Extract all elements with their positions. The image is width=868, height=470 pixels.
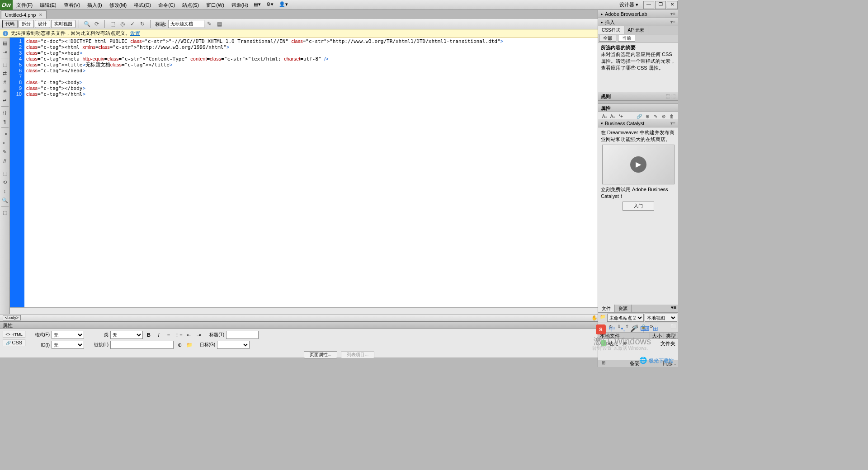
word-wrap-icon[interactable]: ↵	[1, 96, 9, 104]
indent-icon[interactable]: ⇥	[1, 130, 9, 138]
bc-panel-header[interactable]: ▾Business Catalyst▾≡	[598, 119, 678, 127]
outdent-icon[interactable]: ⇤	[1, 139, 9, 147]
ime-keyboard-icon[interactable]: ⌨	[640, 325, 649, 334]
outdent-button[interactable]: ⇤	[184, 331, 193, 339]
ol-button[interactable]: ⋮≡	[175, 331, 183, 339]
menu-insert[interactable]: 插入(I)	[84, 0, 105, 10]
select-parent-icon[interactable]: ⬚	[1, 60, 9, 68]
inspect-icon[interactable]: 🔍	[83, 20, 91, 28]
tab-close-icon[interactable]: ✕	[39, 13, 42, 17]
site-select[interactable]: 未命名站点 2	[607, 314, 644, 322]
open-docs-icon[interactable]: ▤	[1, 39, 9, 47]
ul-button[interactable]: ≡	[165, 331, 173, 339]
menu-site[interactable]: 站点(S)	[179, 0, 203, 10]
css-current-button[interactable]: 当前	[618, 35, 635, 42]
ime-toolbar[interactable]: S 中 •, 🎤 ⌨ ⊞	[596, 324, 660, 334]
notification-bar: i 无法搜索到动态相关文件，因为此文档没有站点定义。 设置 ×	[0, 29, 678, 38]
check-icon[interactable]: ✓	[128, 20, 137, 28]
ime-mic-icon[interactable]: 🎤	[629, 325, 638, 334]
live-code-icon[interactable]: ⟳	[93, 20, 101, 28]
menu-file[interactable]: 文件(F)	[13, 0, 36, 10]
refresh-icon[interactable]: ↻	[138, 20, 146, 28]
ime-punct-icon[interactable]: •,	[618, 325, 627, 334]
menu-commands[interactable]: 命令(C)	[155, 0, 179, 10]
code-content[interactable]: class="c-doc"><!DOCTYPE html PUBLIC clas…	[24, 38, 678, 307]
close-button[interactable]: ✕	[667, 1, 678, 9]
menu-edit[interactable]: 编辑(E)	[36, 0, 60, 10]
syntax-icon[interactable]: {}	[1, 108, 9, 117]
hand-icon[interactable]: ✋	[591, 315, 597, 320]
breadcrumb-body-tag[interactable]: <body>	[3, 315, 21, 320]
assets-tab[interactable]: 资源	[615, 305, 632, 312]
snippets-icon[interactable]: ⬚	[1, 169, 9, 177]
notification-link[interactable]: 设置	[130, 30, 140, 37]
maximize-button[interactable]: ❐	[655, 1, 666, 9]
bold-button[interactable]: B	[145, 331, 153, 339]
css-styles-tab[interactable]: CSS样式	[598, 26, 624, 34]
ime-sogou-icon[interactable]: S	[596, 324, 606, 334]
title-label: 标题:	[155, 21, 166, 28]
live-view-button[interactable]: 实时视图	[51, 20, 75, 28]
line-numbers-icon[interactable]: #	[1, 78, 9, 86]
indent-button[interactable]: ⇥	[194, 331, 203, 339]
bc-start-button[interactable]: 入门	[623, 202, 654, 211]
options-icon[interactable]: ▤	[215, 20, 223, 28]
move-icon[interactable]: ↕	[1, 187, 9, 195]
link-picker-icon[interactable]: ⊕	[175, 341, 184, 349]
design-view-button[interactable]: 设计	[35, 20, 50, 28]
split-view-button[interactable]: 拆分	[19, 20, 34, 28]
browser-icon[interactable]: ◎	[118, 20, 127, 28]
italic-button[interactable]: I	[155, 331, 163, 339]
wand-icon[interactable]: ✎	[205, 20, 213, 28]
ap-elements-tab[interactable]: AP 元素	[624, 26, 648, 34]
menu-format[interactable]: 格式(O)	[130, 0, 155, 10]
info-icon: i	[3, 31, 8, 36]
menu-help[interactable]: 帮助(H)	[228, 0, 252, 10]
wrap-tag-icon[interactable]: ⬚	[1, 208, 9, 216]
link-input[interactable]	[110, 341, 174, 349]
recent-icon[interactable]: ⟲	[1, 178, 9, 186]
right-panel-group: ▸Adobe BrowserLab▾≡ ▸插入▾≡ CSS样式 AP 元素 全部…	[598, 10, 678, 367]
collapse-icon[interactable]: ⇥	[1, 48, 9, 56]
menu-view[interactable]: 查看(V)	[60, 0, 84, 10]
horizontal-scrollbar[interactable]	[10, 307, 678, 314]
menu-window[interactable]: 窗口(W)	[203, 0, 228, 10]
hidden-chars-icon[interactable]: ¶	[1, 118, 9, 126]
insert-panel-header[interactable]: ▸插入▾≡	[598, 18, 678, 26]
minimize-button[interactable]: —	[643, 1, 654, 9]
title-input[interactable]	[168, 20, 204, 28]
bc-try-text: 立刻免费试用 Adobe Business Catalyst！	[601, 186, 675, 200]
ime-more-icon[interactable]: ⊞	[651, 325, 660, 334]
browserlab-panel-header[interactable]: ▸Adobe BrowserLab▾≡	[598, 10, 678, 18]
server-icon[interactable]: ⬚	[108, 20, 117, 28]
title2-input[interactable]	[226, 331, 259, 339]
comment-icon[interactable]: //	[1, 157, 9, 165]
layout-icon[interactable]: ▤▾	[254, 1, 263, 9]
designer-dropdown[interactable]: 设计器 ▾	[615, 1, 643, 8]
settings-icon[interactable]: ⚙▾	[266, 1, 275, 9]
highlight-icon[interactable]: ☀	[1, 87, 9, 95]
css-mode-button[interactable]: 🔗 CSS	[3, 339, 25, 346]
expand-files-icon[interactable]: ⬜	[670, 324, 677, 331]
find-icon[interactable]: 🔍	[1, 196, 9, 204]
id-select[interactable]: 无	[52, 341, 84, 349]
code-view-button[interactable]: 代码	[2, 20, 18, 28]
view-select[interactable]: 本地视图	[645, 314, 677, 322]
target-select[interactable]	[217, 341, 250, 349]
menu-modify[interactable]: 修改(M)	[106, 0, 131, 10]
html-mode-button[interactable]: <> HTML	[3, 331, 25, 338]
code-editor[interactable]: 12345678910 class="c-doc"><!DOCTYPE html…	[10, 38, 678, 307]
ime-lang-icon[interactable]: 中	[608, 325, 617, 334]
files-options-icon[interactable]: ⊞	[600, 360, 607, 367]
format-select[interactable]: 无	[52, 331, 84, 339]
bc-video-thumbnail[interactable]: ▶	[602, 145, 675, 184]
balance-icon[interactable]: ⇄	[1, 69, 9, 77]
class-select[interactable]: 无	[110, 331, 143, 339]
folder-icon[interactable]: 📁	[185, 341, 193, 349]
extension-icon[interactable]: 👤▾	[279, 1, 288, 9]
document-tab[interactable]: Untitled-4.php ✕	[1, 10, 47, 19]
page-properties-button[interactable]: 页面属性...	[304, 351, 337, 358]
files-tab[interactable]: 文件	[598, 305, 615, 312]
format-icon[interactable]: ✎	[1, 148, 9, 156]
css-all-button[interactable]: 全部	[599, 35, 616, 42]
